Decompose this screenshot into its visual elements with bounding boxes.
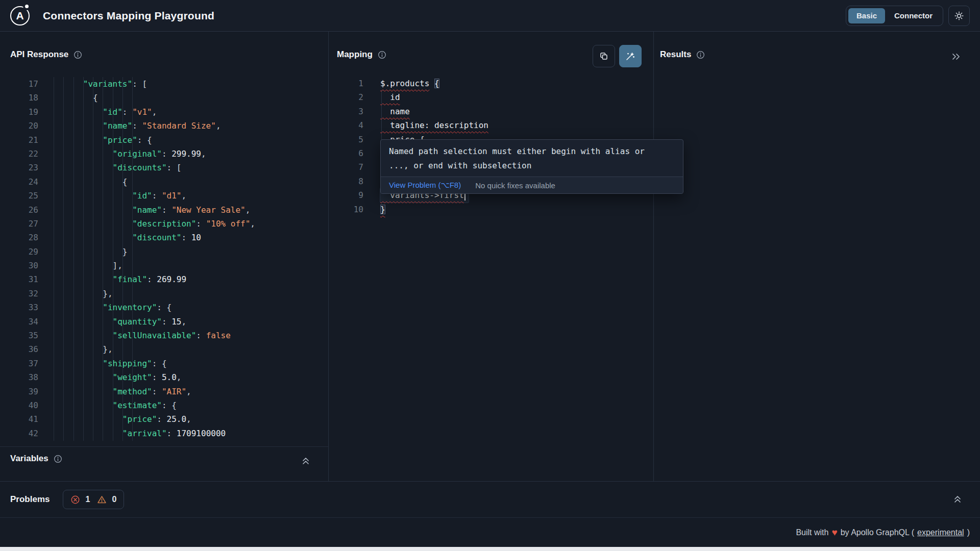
error-count: 1 (85, 495, 90, 504)
code-line: 26 "name": "New Year Sale", (0, 203, 328, 217)
heart-icon: ♥ (831, 528, 837, 537)
code-line: 27 "description": "10% off", (0, 217, 328, 231)
experimental-link[interactable]: experimental (917, 528, 964, 537)
code-line: 21 "price": { (0, 133, 328, 147)
app-header: A Connectors Mapping Playground Basic Co… (0, 0, 980, 32)
api-response-editor[interactable]: 17 "variants": [18 {19 "id": "v1",20 "na… (0, 77, 328, 440)
code-text[interactable]: { (54, 175, 128, 189)
code-text[interactable]: "estimate": { (54, 398, 177, 412)
double-chevron-up-icon (952, 494, 963, 505)
info-icon[interactable] (54, 455, 62, 463)
page-title: Connectors Mapping Playground (43, 10, 214, 22)
line-number: 35 (0, 329, 38, 342)
code-text[interactable]: "variants": [ (54, 77, 147, 91)
error-tooltip-actions: View Problem (⌥F8) No quick fixes availa… (381, 177, 683, 193)
code-text[interactable]: "description": "10% off", (54, 217, 255, 231)
code-line: 31 "final": 269.99 (0, 272, 328, 286)
error-message-line: Named path selection must either begin w… (389, 144, 675, 159)
mode-basic-button[interactable]: Basic (848, 8, 885, 23)
theme-toggle-button[interactable] (948, 6, 970, 26)
code-text[interactable]: }, (54, 287, 113, 300)
problems-count-badge[interactable]: 1 0 (63, 490, 124, 509)
problems-expand-button[interactable] (952, 494, 963, 505)
code-text[interactable]: "original": 299.99, (54, 147, 206, 161)
code-line: 30 ], (0, 259, 328, 272)
section-divider (0, 446, 328, 447)
code-text[interactable]: id (380, 90, 400, 104)
line-number: 5 (328, 133, 363, 146)
footer-text: ) (967, 528, 970, 537)
code-text[interactable]: "final": 269.99 (54, 272, 186, 286)
results-collapse-button[interactable] (950, 52, 962, 62)
line-number: 30 (0, 259, 38, 272)
code-text[interactable]: "discount": 10 (54, 231, 201, 244)
line-number: 27 (0, 217, 38, 231)
line-number: 1 (328, 77, 363, 90)
line-number: 28 (0, 231, 38, 244)
mapping-panel-header: Mapping (337, 49, 386, 60)
copy-button[interactable] (593, 45, 615, 67)
line-number: 24 (0, 175, 38, 189)
info-icon[interactable] (74, 51, 82, 59)
header-actions: Basic Connector (846, 6, 970, 26)
magic-wand-button[interactable] (619, 45, 642, 67)
line-number: 26 (0, 203, 38, 217)
code-text[interactable]: "price": 25.0, (54, 412, 191, 426)
line-number: 38 (0, 370, 38, 384)
line-number: 21 (0, 133, 38, 147)
code-line: 28 "discount": 10 (0, 231, 328, 244)
problems-title: Problems (10, 494, 50, 505)
info-icon[interactable] (696, 51, 705, 59)
code-line: 33 "inventory": { (0, 300, 328, 314)
code-line: 25 "id": "d1", (0, 189, 328, 203)
line-number: 10 (328, 203, 363, 216)
code-text[interactable]: "price": { (54, 133, 152, 147)
code-text[interactable]: } (54, 245, 128, 259)
footer-text: by Apollo GraphQL ( (841, 528, 914, 537)
error-message-line: ..., or end with subselection (389, 159, 675, 173)
code-text[interactable]: "inventory": { (54, 300, 172, 314)
code-text[interactable]: "name": "Standard Size", (54, 119, 221, 133)
code-text[interactable]: "shipping": { (54, 357, 167, 370)
line-number: 40 (0, 398, 38, 412)
code-line: 19 "id": "v1", (0, 105, 328, 119)
double-chevron-right-icon (950, 52, 962, 62)
code-text[interactable]: "weight": 5.0, (54, 370, 181, 384)
line-number: 33 (0, 300, 38, 314)
code-text[interactable]: } (380, 203, 385, 216)
code-text[interactable]: $.products { (380, 77, 439, 90)
line-number: 25 (0, 189, 38, 203)
copy-icon (599, 51, 609, 61)
problems-bar: Problems 1 0 (0, 481, 980, 517)
code-text[interactable]: ], (54, 259, 122, 272)
mapping-title: Mapping (337, 49, 373, 60)
code-text[interactable]: "quantity": 15, (54, 315, 186, 329)
code-line: 35 "sellUnavailable": false (0, 329, 328, 342)
code-line: 24 { (0, 175, 328, 189)
code-text[interactable]: "id": "v1", (54, 105, 157, 119)
code-line: 34 "quantity": 15, (0, 315, 328, 329)
info-icon[interactable] (378, 51, 386, 59)
line-number: 22 (0, 147, 38, 161)
variables-expand-button[interactable] (301, 456, 311, 467)
code-text[interactable]: "arrival": 1709100000 (54, 427, 226, 440)
code-text[interactable]: "sellUnavailable": false (54, 329, 231, 342)
sun-icon (954, 11, 964, 21)
code-text[interactable]: }, (54, 342, 113, 356)
code-line: 22 "original": 299.99, (0, 147, 328, 161)
code-text[interactable]: "method": "AIR", (54, 385, 191, 398)
mode-toggle: Basic Connector (846, 6, 943, 26)
code-text[interactable]: "discounts": [ (54, 161, 181, 174)
code-text[interactable]: { (54, 91, 98, 105)
warning-count: 0 (112, 495, 116, 504)
code-text[interactable]: tagline: description (380, 118, 488, 132)
code-line: 4 tagline: description (328, 118, 653, 132)
mode-connector-button[interactable]: Connector (886, 8, 941, 23)
code-text[interactable]: "name": "New Year Sale", (54, 203, 250, 217)
line-number: 17 (0, 77, 38, 91)
line-number: 3 (328, 105, 363, 118)
code-text[interactable]: name (380, 105, 410, 118)
code-text[interactable]: "id": "d1", (54, 189, 186, 203)
code-line: 40 "estimate": { (0, 398, 328, 412)
view-problem-link[interactable]: View Problem (⌥F8) (389, 181, 461, 190)
